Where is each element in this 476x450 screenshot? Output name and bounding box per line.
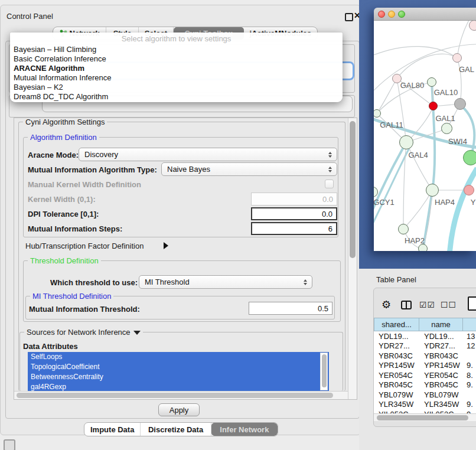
threshold-definition-title: Threshold Definition [28, 257, 101, 265]
control-panel-title: Control Panel [6, 12, 53, 21]
network-node-hap4[interactable] [426, 184, 439, 197]
gear-icon[interactable]: ⚙ [382, 298, 391, 311]
tab-infer-network[interactable]: Infer Network [211, 423, 278, 436]
settings-vscroll-thumb[interactable] [350, 121, 356, 258]
network-node-gal4[interactable] [399, 135, 413, 149]
node-label: GCY1 [374, 198, 395, 207]
table-row[interactable]: YDL19...YDL19...13 [374, 331, 476, 341]
mi-algorithm-type-label: Mutual Information Algorithm Type: [28, 165, 157, 174]
node-label: GAL [459, 65, 474, 74]
network-node-gal1-selected[interactable] [429, 102, 438, 110]
restore-panel-icon[interactable] [4, 439, 15, 450]
mi-steps-label: Mutual Information Steps: [28, 224, 122, 233]
node-label: GAL11 [380, 120, 403, 129]
deselect-all-checkboxes-icon[interactable]: ☐☐ [441, 300, 457, 309]
columns-icon[interactable] [401, 301, 412, 309]
manual-kernel-width-label: Manual Kernel Width Definition [28, 180, 141, 189]
table-row[interactable]: YER054CYER054C8. [374, 370, 476, 380]
kernel-width-label: Kernel Width (0,1): [28, 195, 96, 204]
mi-steps-field[interactable]: 6 [251, 222, 337, 235]
tab-impute-data[interactable]: Impute Data [84, 423, 141, 436]
network-node[interactable] [441, 123, 452, 134]
network-node[interactable] [452, 53, 462, 63]
network-node-hap2[interactable] [398, 224, 409, 234]
export-table-icon[interactable] [468, 296, 476, 311]
close-window-icon[interactable] [378, 11, 385, 18]
dropdown-item[interactable]: Basic Correlation Inference [10, 54, 343, 64]
algorithm-definition-title: Algorithm Definition [28, 133, 99, 141]
dropdown-item[interactable]: Bayesian – K2 [10, 83, 343, 92]
network-node[interactable] [427, 77, 436, 87]
table-row[interactable]: YIL052CYIL052C9 [374, 409, 476, 413]
combo-stepper-icon [325, 167, 334, 172]
dropdown-item-selected[interactable]: ARACNE Algorithm [10, 64, 343, 73]
aracne-mode-combobox[interactable]: Discovery [79, 148, 337, 161]
node-label: Y [471, 198, 476, 207]
select-all-checkboxes-icon[interactable]: ☑☑ [419, 300, 435, 309]
node-label: HAP2 [405, 236, 425, 245]
cyni-settings-group-title: Cyni Algorithm Settings [23, 118, 107, 126]
bottom-tabbar: Impute Data Discretize Data Infer Networ… [84, 422, 278, 436]
table-row[interactable]: YPR145WYPR145W9. [374, 361, 476, 371]
node-label: HAP4 [435, 198, 455, 207]
which-threshold-combobox[interactable]: MI Threshold [139, 275, 312, 289]
table-row[interactable]: YLR345WYLR345W9. [374, 400, 476, 410]
column-header-shared-name[interactable]: shared... [374, 318, 419, 331]
table-row[interactable]: YBR045CYBR045C9. [374, 380, 476, 390]
aracne-mode-label: Aracne Mode: [28, 151, 79, 159]
table-row[interactable]: YDR27...YDR27...12 [374, 341, 476, 351]
manual-kernel-width-checkbox[interactable] [325, 180, 334, 188]
node-label: GAL4 [408, 151, 428, 159]
network-view-window: GAL GAL80 GAL10 GAL11 GAL1 SWI4 GAL4 GCY… [374, 8, 476, 251]
table-horizontal-scrollbar[interactable] [374, 413, 476, 421]
network-node[interactable] [454, 98, 466, 110]
hub-definition-label: Hub/Transcription Factor Definition [25, 242, 144, 250]
dpi-tolerance-field[interactable]: 0.0 [251, 207, 337, 220]
kernel-width-field[interactable]: 0.0 [251, 193, 337, 206]
data-attributes-label: Data Attributes [23, 342, 78, 351]
settings-hscroll-thumb[interactable] [17, 393, 333, 398]
minimize-window-icon[interactable] [388, 11, 395, 18]
table-panel-title: Table Panel [376, 275, 416, 284]
hub-expand-icon[interactable] [164, 242, 168, 249]
which-threshold-label: Which threshold to use: [50, 278, 138, 287]
table-hscroll-thumb[interactable] [377, 415, 468, 420]
mi-threshold-field[interactable]: 0.5 [249, 302, 332, 315]
node-label: GAL1 [435, 114, 455, 123]
screen: Control Panel ✕ Network Style Select Cyn… [0, 0, 476, 450]
network-node[interactable] [464, 185, 474, 195]
dropdown-item[interactable]: Mutual Information Inference [10, 73, 343, 83]
attributes-list-scrollbar[interactable] [320, 353, 328, 390]
mi-threshold-group-title: MI Threshold Definition [30, 292, 113, 300]
apply-button[interactable]: Apply [158, 403, 200, 416]
dropdown-placeholder: Select algorithm to view settings [10, 32, 343, 45]
network-node[interactable] [469, 21, 476, 31]
table-row[interactable]: YBL079WYBL079W [374, 390, 476, 400]
node-label: GAL10 [434, 88, 458, 97]
column-header-partial[interactable] [462, 318, 476, 331]
network-canvas[interactable]: GAL GAL80 GAL10 GAL11 GAL1 SWI4 GAL4 GCY… [374, 21, 476, 251]
settings-vertical-scrollbar[interactable] [348, 118, 357, 399]
tab-discretize-data[interactable]: Discretize Data [141, 423, 211, 436]
network-node[interactable] [463, 150, 476, 165]
column-header-name[interactable]: name [419, 318, 463, 331]
list-item[interactable]: TopologicalCoefficient [28, 362, 329, 372]
mi-algorithm-type-combobox[interactable]: Naive Bayes [161, 162, 337, 176]
list-item[interactable]: SelfLoops [28, 352, 329, 362]
float-panel-icon[interactable] [345, 13, 353, 21]
table-row[interactable]: YBR043CYBR043C [374, 351, 476, 361]
dropdown-item[interactable]: Bayesian – Hill Climbing [10, 45, 343, 54]
sources-group-title: Sources for Network Inference [24, 328, 143, 336]
sources-collapse-icon[interactable] [133, 331, 141, 335]
zoom-window-icon[interactable] [398, 11, 405, 18]
network-window-titlebar[interactable] [374, 8, 476, 21]
combo-stepper-icon [325, 152, 334, 158]
combo-stepper-icon [301, 279, 309, 285]
list-item[interactable]: BetweennessCentrality [28, 372, 329, 382]
dpi-tolerance-label: DPI Tolerance [0,1]: [28, 210, 99, 219]
settings-horizontal-scrollbar[interactable] [14, 391, 348, 399]
data-attributes-list: SelfLoops TopologicalCoefficient Between… [28, 352, 329, 392]
attributes-scroll-thumb[interactable] [322, 354, 327, 387]
table-panel-dock: Table Panel ⚙ ☑☑ ☐☐ shared... name YDL19… [359, 269, 476, 450]
dropdown-item[interactable]: Dream8 DC_TDC Algorithm [10, 92, 343, 102]
